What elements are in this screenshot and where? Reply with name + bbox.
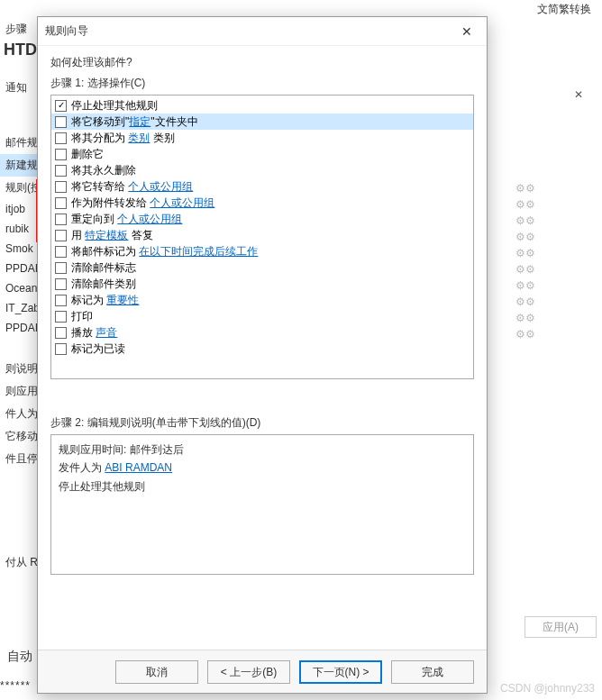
action-checkbox[interactable] [55, 327, 67, 339]
action-label: 标记为已读 [71, 341, 125, 357]
action-checkbox[interactable] [55, 197, 67, 209]
action-link[interactable]: 个人或公用组 [128, 180, 193, 193]
action-label: 将其永久删除 [71, 163, 136, 178]
action-link[interactable]: 指定 [129, 115, 150, 128]
action-label: 将其分配为 类别 类别 [71, 131, 175, 146]
step2-label: 步骤 2: 编辑规则说明(单击带下划线的值)(D) [50, 415, 474, 431]
action-checkbox[interactable] [55, 262, 67, 274]
next-button[interactable]: 下一页(N) > [299, 660, 382, 684]
action-checkbox[interactable] [55, 295, 67, 306]
sender-link[interactable]: ABI RAMDAN [105, 461, 172, 474]
action-item[interactable]: 重定向到 个人或公用组 [51, 211, 473, 227]
action-checkbox[interactable] [55, 230, 67, 241]
action-label: 标记为 重要性 [71, 293, 139, 308]
top-right-label: 文简繁转换 [537, 2, 591, 17]
action-link[interactable]: 声音 [96, 326, 117, 339]
action-label: 播放 声音 [71, 325, 117, 341]
action-label: 清除邮件标志 [71, 260, 136, 276]
action-label: 重定向到 个人或公用组 [71, 212, 182, 227]
apply-button[interactable]: 应用(A) [524, 616, 597, 638]
action-item[interactable]: 将其永久删除 [51, 162, 473, 178]
dialog-title: 规则向导 [45, 23, 88, 39]
action-item[interactable]: 用 特定模板 答复 [51, 227, 473, 243]
action-label: 将它移动到"指定"文件夹中 [71, 114, 198, 130]
finish-button[interactable]: 完成 [391, 660, 474, 684]
cancel-button[interactable]: 取消 [115, 660, 198, 684]
action-item[interactable]: 删除它 [51, 146, 473, 162]
action-item[interactable]: 将邮件标记为 在以下时间完成后续工作 [51, 243, 473, 259]
dialog-question: 如何处理该邮件? [50, 55, 474, 70]
action-checkbox[interactable] [55, 149, 67, 160]
desc-line: 规则应用时间: 邮件到达后 [59, 441, 466, 459]
action-label: 清除邮件类别 [71, 277, 136, 292]
action-label: 打印 [71, 309, 93, 324]
desc-line: 发件人为 ABI RAMDAN [59, 459, 466, 477]
watermark: CSDN @johnny233 [500, 682, 595, 695]
action-checkbox[interactable] [55, 165, 67, 177]
action-item[interactable]: 将其分配为 类别 类别 [51, 130, 473, 146]
action-checkbox[interactable] [55, 214, 67, 225]
action-label: 停止处理其他规则 [71, 98, 158, 114]
action-item[interactable]: 打印 [51, 308, 473, 324]
step1-label: 步骤 1: 选择操作(C) [50, 76, 474, 91]
dialog-button-row: 取消 < 上一步(B) 下一页(N) > 完成 [38, 650, 487, 693]
action-link[interactable]: 类别 [128, 132, 150, 144]
action-item[interactable]: 清除邮件类别 [51, 276, 473, 292]
action-link[interactable]: 在以下时间完成后续工作 [139, 245, 258, 258]
back-button[interactable]: < 上一步(B) [207, 660, 290, 684]
action-link[interactable]: 个人或公用组 [117, 213, 182, 225]
action-checkbox[interactable] [55, 100, 67, 112]
action-checkbox[interactable] [55, 132, 67, 144]
action-label: 作为附件转发给 个人或公用组 [71, 195, 214, 211]
dialog-titlebar: 规则向导 ✕ [38, 17, 487, 46]
stars-label: ****** [0, 679, 31, 692]
actions-listbox[interactable]: 停止处理其他规则将它移动到"指定"文件夹中将其分配为 类别 类别删除它将其永久删… [50, 95, 474, 379]
action-link[interactable]: 个人或公用组 [150, 196, 214, 209]
action-checkbox[interactable] [55, 343, 67, 355]
action-item[interactable]: 将它转寄给 个人或公用组 [51, 178, 473, 195]
action-label: 将它转寄给 个人或公用组 [71, 179, 193, 195]
action-link[interactable]: 重要性 [106, 294, 139, 306]
action-checkbox[interactable] [55, 116, 67, 128]
action-item[interactable]: 作为附件转发给 个人或公用组 [51, 195, 473, 211]
action-item[interactable]: 清除邮件标志 [51, 259, 473, 276]
desc-line: 停止处理其他规则 [59, 477, 466, 495]
action-item[interactable]: 将它移动到"指定"文件夹中 [51, 114, 473, 130]
action-checkbox[interactable] [55, 278, 67, 290]
action-checkbox[interactable] [55, 311, 67, 323]
bg-close-button[interactable]: ✕ [561, 85, 597, 106]
gear-column: ⚙⚙⚙⚙⚙⚙⚙⚙⚙⚙⚙⚙⚙⚙⚙⚙⚙⚙⚙⚙ [515, 180, 535, 342]
auto-label: 自动 [7, 649, 32, 665]
action-item[interactable]: 播放 声音 [51, 324, 473, 341]
action-label: 删除它 [71, 147, 104, 162]
close-icon[interactable]: ✕ [454, 21, 479, 42]
action-checkbox[interactable] [55, 181, 67, 193]
action-item[interactable]: 停止处理其他规则 [51, 97, 473, 114]
action-label: 将邮件标记为 在以下时间完成后续工作 [71, 244, 258, 259]
action-label: 用 特定模板 答复 [71, 228, 153, 243]
action-link[interactable]: 特定模板 [85, 229, 128, 241]
action-item[interactable]: 标记为已读 [51, 341, 473, 357]
rule-description-box[interactable]: 规则应用时间: 邮件到达后 发件人为 ABI RAMDAN 停止处理其他规则 [50, 434, 474, 575]
rules-wizard-dialog: 规则向导 ✕ 如何处理该邮件? 步骤 1: 选择操作(C) 停止处理其他规则将它… [37, 16, 488, 694]
action-item[interactable]: 标记为 重要性 [51, 292, 473, 308]
action-checkbox[interactable] [55, 246, 67, 258]
